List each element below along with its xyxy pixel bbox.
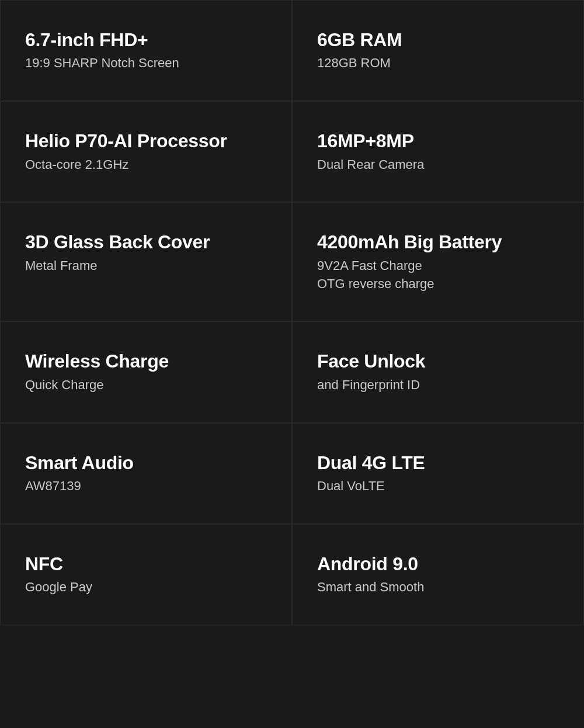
- spec-cell-wireless-charge: Wireless ChargeQuick Charge: [0, 321, 292, 422]
- spec-subtitle-screen: 19:9 SHARP Notch Screen: [25, 54, 268, 72]
- spec-subtitle-battery: 9V2A Fast ChargeOTG reverse charge: [317, 257, 560, 293]
- spec-cell-android: Android 9.0Smart and Smooth: [292, 524, 584, 625]
- spec-cell-smart-audio: Smart AudioAW87139: [0, 423, 292, 524]
- spec-title-ram: 6GB RAM: [317, 29, 560, 51]
- spec-subtitle-wireless-charge: Quick Charge: [25, 376, 268, 394]
- spec-subtitle-android: Smart and Smooth: [317, 578, 560, 597]
- spec-title-processor: Helio P70-AI Processor: [25, 130, 268, 152]
- spec-subtitle-glass: Metal Frame: [25, 257, 268, 275]
- spec-cell-face-unlock: Face Unlockand Fingerprint ID: [292, 321, 584, 422]
- spec-title-nfc: NFC: [25, 553, 268, 575]
- spec-title-wireless-charge: Wireless Charge: [25, 350, 268, 372]
- spec-title-screen: 6.7-inch FHD+: [25, 29, 268, 51]
- spec-cell-battery: 4200mAh Big Battery9V2A Fast ChargeOTG r…: [292, 202, 584, 321]
- spec-title-smart-audio: Smart Audio: [25, 452, 268, 474]
- spec-title-battery: 4200mAh Big Battery: [317, 231, 560, 253]
- spec-subtitle-processor: Octa-core 2.1GHz: [25, 156, 268, 174]
- spec-title-lte: Dual 4G LTE: [317, 452, 560, 474]
- spec-subtitle-smart-audio: AW87139: [25, 477, 268, 495]
- spec-title-android: Android 9.0: [317, 553, 560, 575]
- spec-cell-nfc: NFCGoogle Pay: [0, 524, 292, 625]
- spec-title-camera: 16MP+8MP: [317, 130, 560, 152]
- spec-subtitle-camera: Dual Rear Camera: [317, 156, 560, 174]
- spec-cell-camera: 16MP+8MPDual Rear Camera: [292, 101, 584, 202]
- spec-subtitle-lte: Dual VoLTE: [317, 477, 560, 495]
- spec-subtitle-face-unlock: and Fingerprint ID: [317, 376, 560, 394]
- spec-cell-lte: Dual 4G LTEDual VoLTE: [292, 423, 584, 524]
- spec-subtitle-nfc: Google Pay: [25, 578, 268, 597]
- spec-title-glass: 3D Glass Back Cover: [25, 231, 268, 253]
- spec-cell-processor: Helio P70-AI ProcessorOcta-core 2.1GHz: [0, 101, 292, 202]
- specs-grid: 6.7-inch FHD+19:9 SHARP Notch Screen6GB …: [0, 0, 584, 625]
- spec-cell-screen: 6.7-inch FHD+19:9 SHARP Notch Screen: [0, 0, 292, 101]
- spec-cell-glass: 3D Glass Back CoverMetal Frame: [0, 202, 292, 321]
- spec-subtitle-ram: 128GB ROM: [317, 54, 560, 72]
- spec-cell-ram: 6GB RAM128GB ROM: [292, 0, 584, 101]
- spec-title-face-unlock: Face Unlock: [317, 350, 560, 372]
